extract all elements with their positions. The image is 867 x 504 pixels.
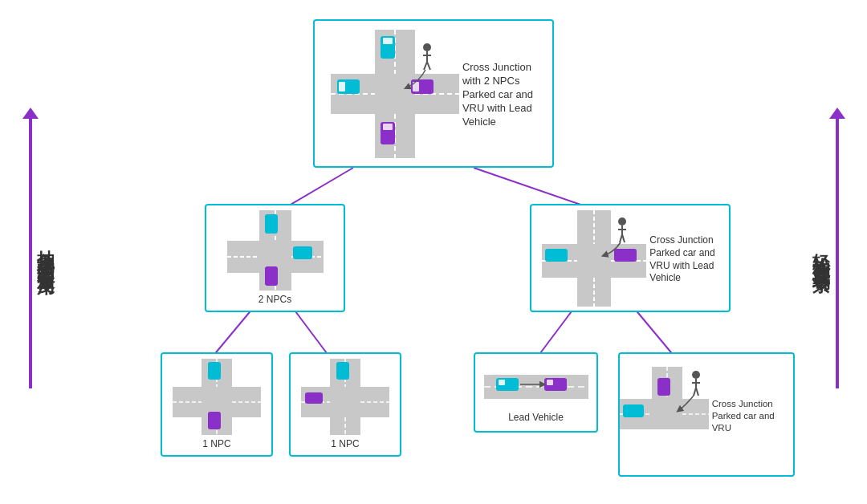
node-mid-left: 2 NPCs: [205, 204, 345, 312]
mid-left-label: 2 NPCs: [258, 294, 291, 307]
svg-rect-46: [545, 249, 568, 262]
left-arrow: [29, 116, 32, 388]
right-arrow: [836, 116, 839, 388]
svg-rect-72: [499, 380, 505, 385]
svg-line-30: [427, 62, 430, 70]
bot1-label: 1 NPC: [202, 438, 230, 451]
mid-right-svg: [542, 210, 646, 307]
svg-point-26: [423, 43, 431, 51]
svg-line-29: [424, 62, 427, 70]
bot4-label: Cross JunctionParked car and VRU: [709, 395, 793, 437]
main-container: 抽象场景的组合及复用 轻松构建复杂场景: [0, 0, 867, 504]
svg-point-48: [618, 217, 626, 226]
svg-rect-47: [614, 249, 637, 262]
svg-rect-67: [336, 362, 349, 380]
svg-line-3: [293, 308, 329, 356]
svg-line-4: [538, 308, 574, 356]
svg-rect-74: [547, 380, 553, 385]
svg-rect-60: [208, 412, 221, 429]
bot4-svg: [620, 367, 709, 463]
top-node-label: Cross Junctionwith 2 NPCsParked car andV…: [459, 58, 536, 132]
svg-rect-38: [265, 266, 278, 286]
svg-line-5: [634, 308, 674, 356]
svg-rect-23: [339, 82, 345, 91]
svg-rect-82: [657, 378, 670, 396]
svg-line-87: [696, 388, 698, 396]
node-bot4: Cross JunctionParked car and VRU: [618, 352, 795, 477]
svg-line-52: [622, 234, 625, 242]
mid-left-svg: [227, 210, 324, 291]
node-bot2: 1 NPC: [289, 352, 401, 457]
node-bot3: Lead Vehicle: [474, 352, 598, 433]
svg-rect-37: [265, 214, 278, 234]
svg-rect-68: [305, 392, 323, 404]
left-label-text: 抽象场景的组合及复用: [34, 236, 58, 268]
bot1-svg: [173, 359, 261, 435]
svg-rect-39: [293, 246, 312, 259]
diagram: Cross Junctionwith 2 NPCsParked car andV…: [136, 11, 827, 493]
mid-right-label: Cross JunctionParked car andVRU with Lea…: [646, 231, 718, 287]
bot2-svg: [301, 359, 389, 435]
bot3-svg: [484, 360, 588, 408]
left-side-label: 抽象场景的组合及复用: [8, 91, 52, 413]
bot2-label: 1 NPC: [331, 438, 359, 451]
node-bot1: 1 NPC: [161, 352, 273, 457]
node-mid-right: Cross JunctionParked car andVRU with Lea…: [530, 204, 731, 312]
svg-point-83: [692, 371, 700, 379]
svg-rect-21: [383, 124, 393, 130]
top-node-svg: [331, 30, 459, 158]
svg-line-0: [285, 168, 353, 208]
bot3-label: Lead Vehicle: [508, 412, 564, 425]
svg-rect-59: [208, 362, 221, 380]
node-top: Cross Junctionwith 2 NPCsParked car andV…: [313, 19, 554, 168]
svg-line-2: [213, 308, 253, 356]
svg-line-1: [474, 168, 590, 208]
svg-rect-81: [623, 404, 644, 417]
svg-rect-19: [383, 38, 393, 44]
